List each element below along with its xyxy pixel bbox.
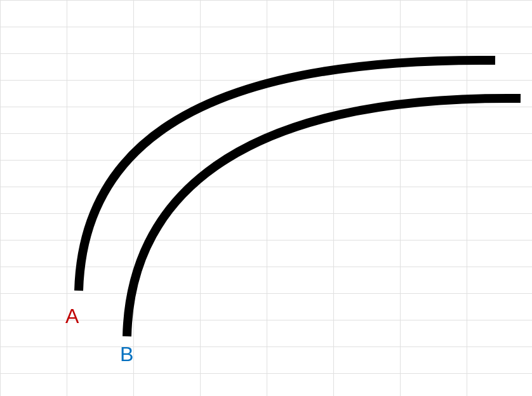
label-b: B [120,343,133,366]
curves-diagram [0,0,532,396]
label-a: A [65,305,79,328]
curve-b [127,98,521,336]
